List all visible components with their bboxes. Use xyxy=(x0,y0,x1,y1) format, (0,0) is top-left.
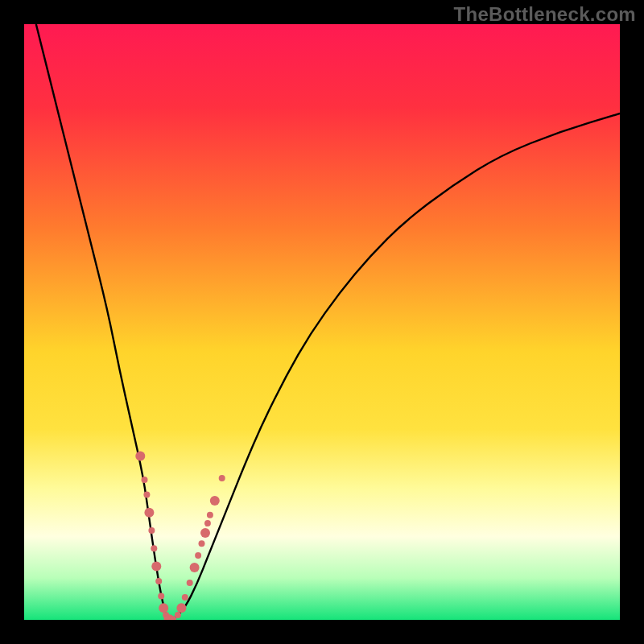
marker-dot xyxy=(148,527,155,534)
marker-dot xyxy=(151,545,157,551)
marker-dot xyxy=(200,528,210,538)
highlighted-points xyxy=(135,452,225,621)
watermark-text: TheBottleneck.com xyxy=(454,3,636,26)
marker-dot xyxy=(210,496,220,506)
marker-dot xyxy=(204,520,211,526)
marker-dot xyxy=(195,552,201,559)
marker-dot xyxy=(182,594,188,601)
marker-dot xyxy=(143,492,150,498)
marker-dot xyxy=(144,508,154,518)
marker-dot xyxy=(175,612,181,618)
marker-dot xyxy=(155,578,162,584)
marker-dot xyxy=(159,603,168,613)
marker-dot xyxy=(207,512,213,518)
marker-dot xyxy=(190,563,200,572)
marker-dot xyxy=(135,452,145,461)
marker-dot xyxy=(219,475,225,481)
bottleneck-curve xyxy=(36,24,620,620)
marker-dot xyxy=(199,540,205,547)
curve-layer xyxy=(24,24,620,620)
marker-dot xyxy=(158,592,164,599)
marker-dot xyxy=(187,580,193,586)
marker-dot xyxy=(176,603,186,613)
plot-area xyxy=(24,24,620,620)
marker-dot xyxy=(142,477,148,483)
marker-dot xyxy=(151,561,161,571)
chart-frame: TheBottleneck.com xyxy=(0,0,644,644)
